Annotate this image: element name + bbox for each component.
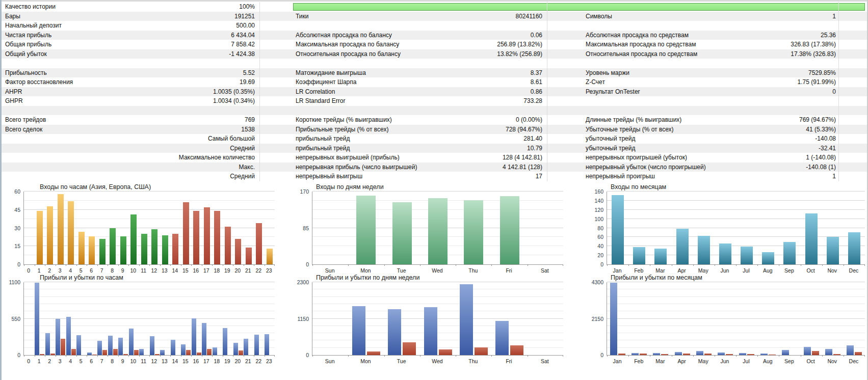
stat-value: 0 (832, 88, 836, 95)
bar-прибыль-1 (35, 283, 39, 355)
bar-убыток-15 (186, 350, 191, 355)
bar-убыток-17 (207, 349, 212, 355)
bar-прибыль-13 (160, 350, 165, 355)
table-row: Общая прибыль7 858.42Максимальная просад… (0, 40, 868, 49)
x-axis-tick (456, 264, 456, 266)
x-axis-tick (420, 264, 420, 266)
stat-label: Z-Счет (586, 78, 605, 86)
stat-value: 0.86 (531, 88, 542, 95)
bar-Входы-Jun (719, 243, 731, 264)
bar-Входы-7 (99, 239, 106, 264)
table-row: Начальный депозит500.00 (0, 21, 868, 31)
x-axis-tick (715, 355, 715, 357)
x-axis-tick (181, 264, 181, 266)
bar-Входы-Dec (848, 232, 860, 264)
bar-Входы-Feb (633, 247, 645, 264)
x-axis-tick (312, 355, 313, 357)
table-row: Всего трейдов769Короткие трейды (% выигр… (0, 115, 868, 125)
x-axis-tick (128, 355, 129, 357)
stat-label: Убыточные трейды (% от всех) (586, 126, 674, 133)
bar-убыток-20 (239, 350, 243, 355)
x-axis-tick (170, 355, 171, 357)
bar-Входы-Wed (428, 198, 448, 264)
x-axis-tick (76, 264, 77, 266)
y-axis-tick-label: 0 (295, 261, 309, 267)
table-row: Самый большойприбыльный трейд281.40убыто… (0, 134, 868, 144)
chart-plot-area (23, 282, 275, 356)
bar-Входы-4 (68, 201, 74, 264)
x-axis-tick (491, 264, 492, 266)
x-axis-tick (35, 264, 35, 266)
gridline (312, 325, 563, 326)
bar-прибыль-19 (223, 328, 227, 355)
x-axis-tick-label: Sat (530, 358, 560, 364)
stat-value: Самый большой (208, 135, 255, 142)
x-axis-tick (265, 264, 265, 266)
bar-прибыль-6 (87, 352, 92, 355)
bar-убыток-Wed (439, 349, 452, 355)
bar-Входы-Apr (676, 229, 689, 264)
x-axis-tick-label: Thu (458, 358, 488, 364)
bar-прибыль-18 (213, 347, 217, 355)
bar-прибыль-Feb (632, 353, 639, 355)
gridline (607, 282, 865, 282)
bar-прибыль-7 (97, 341, 102, 355)
stat-value: 769 (94.67%) (799, 116, 836, 123)
bar-прибыль-2 (45, 333, 50, 355)
bar-Входы-Fri (500, 196, 519, 264)
gridline (312, 347, 563, 348)
table-row: Макс.непрерывная прибыль (число выигрыше… (0, 162, 868, 172)
table-row: Максимальное количествонепрерывных выигр… (0, 153, 868, 162)
x-axis-tick (149, 264, 150, 266)
bar-Входы-5 (78, 232, 85, 264)
bar-убыток-Feb (640, 354, 647, 355)
history-quality-bar (293, 3, 865, 11)
y-axis-tick-label: 15 (4, 243, 20, 249)
bar-прибыль-Jan (610, 283, 617, 355)
stat-value: 0 (0.00%) (516, 116, 542, 123)
y-axis-tick-label: 20 (585, 252, 603, 258)
x-axis-tick-label: Fri (494, 358, 524, 364)
chart-plot-area (23, 192, 275, 265)
stat-value: 10.79 (527, 145, 542, 152)
bar-убыток-7 (102, 350, 107, 355)
x-axis-tick (864, 264, 865, 266)
bar-Входы-Jul (741, 247, 753, 264)
stat-value: 281.40 (523, 135, 542, 142)
gridline (312, 282, 563, 282)
stat-label: GHPR (5, 97, 23, 104)
bar-убыток-Fri (510, 345, 523, 355)
stat-label: Длинные трейды (% выигравших) (586, 116, 681, 123)
y-axis-tick-label: 85 (295, 225, 309, 231)
bar-Входы-20 (235, 239, 241, 264)
backtest-report-window: Качество истории100%Бары191251Тики802411… (0, 0, 868, 380)
stat-value: 326.83 (17.38%) (791, 41, 836, 48)
gridline (312, 296, 563, 297)
x-axis-tick (672, 355, 672, 357)
bar-убыток-8 (113, 349, 118, 355)
gridline (607, 347, 865, 348)
x-axis-tick (212, 355, 213, 357)
stat-value: 7529.85% (808, 69, 836, 76)
bar-убыток-4 (71, 349, 76, 355)
x-axis-tick (66, 355, 66, 357)
chart-entries-by-hour: Входы по часам (Азия, Европа, США) 01530… (4, 182, 276, 275)
bar-Входы-Nov (827, 237, 839, 264)
bar-убыток-Tue (403, 342, 416, 355)
x-axis-tick (56, 264, 56, 266)
bar-убыток-Jul (747, 354, 754, 355)
bar-Входы-9 (120, 236, 126, 264)
bar-Входы-3 (58, 194, 64, 264)
x-axis-tick (212, 264, 213, 266)
x-axis-tick (265, 355, 265, 357)
stat-label: Общий убыток (5, 50, 47, 58)
gridline (607, 200, 865, 201)
y-axis-tick-label: 0 (585, 261, 603, 267)
x-axis-tick (779, 355, 779, 357)
stat-value: 25.36 (821, 32, 836, 39)
x-axis-tick (607, 264, 608, 266)
stat-value: 13.82% (256.89) (497, 50, 542, 58)
stat-label: Относительная просадка по средствам (586, 50, 697, 58)
bar-прибыль-Wed (424, 307, 437, 355)
x-axis-tick (160, 355, 161, 357)
